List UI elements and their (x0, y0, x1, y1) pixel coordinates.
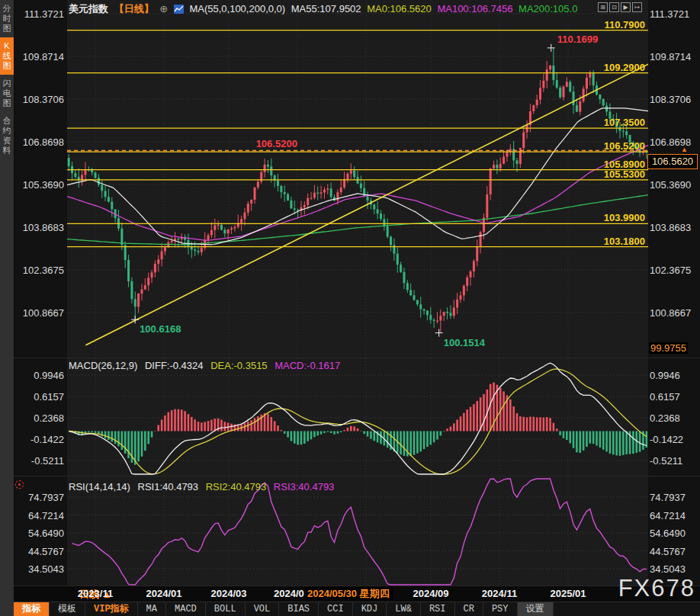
price-annotation: 110.1699 (557, 34, 599, 45)
rsi-axis-label: 54.6490 (14, 528, 64, 539)
price-axis-label: 106.8698 (14, 136, 64, 148)
toolbar-item-BIAS[interactable]: BIAS (279, 602, 319, 616)
macd-dea-value: DEA:-0.3515 (210, 360, 267, 371)
axis-min-label: 99.9755 (649, 342, 688, 354)
price-annotation: 106.5200 (256, 138, 297, 149)
crosshair-marker-icon (15, 480, 24, 489)
rsi-axis-label: 64.7214 (650, 510, 698, 521)
date-tick: 2023/11 (78, 588, 113, 599)
date-tick: 2025/01 (551, 588, 586, 599)
macd-axis-label: -0.5211 (14, 455, 64, 467)
toolbar-item-设置[interactable]: 设置 (518, 602, 554, 616)
price-annotation: 100.6168 (140, 323, 181, 335)
rsi-header: RSI(14,14,14) RSI1:40.4793 RSI2:40.4793 … (69, 481, 339, 492)
toolbar-item-模板[interactable]: 模板 (50, 602, 85, 616)
macd-axis-label: 0.9946 (650, 370, 698, 381)
rsi-axis-label: 34.5043 (14, 563, 64, 575)
mini-chart-icon[interactable] (174, 5, 184, 14)
toolbar-item-CCI[interactable]: CCI (319, 602, 353, 616)
rsi-axis-label: 34.5043 (650, 563, 698, 575)
macd-formula: MACD(26,12,9) (69, 360, 137, 371)
date-tick: 2024/03 (211, 588, 247, 599)
price-axis-label: 103.8683 (14, 222, 64, 233)
rsi-axis-label: 44.5767 (14, 546, 64, 557)
pan-icon[interactable]: ⊞ (598, 2, 608, 12)
macd-axis-label: 0.2368 (14, 412, 64, 424)
rsi-formula: RSI(14,14,14) (69, 481, 130, 492)
rsi3-value: RSI3:40.4793 (274, 481, 335, 492)
toolbar-item-CR[interactable]: CR (455, 602, 483, 616)
rsi-axis-label: 44.5767 (650, 546, 698, 557)
toolbar-item-VOL[interactable]: VOL (246, 602, 280, 616)
sr-level-label: 105.5300 (604, 168, 645, 180)
crosshair-icon[interactable]: ⊕ (159, 3, 168, 14)
price-axis-label: 109.8714 (14, 51, 64, 63)
price-axis-label: 111.3721 (650, 8, 698, 20)
chart-window-controls: ⊞⊡▶↦ (598, 2, 642, 12)
macd-axis-label: 0.2368 (650, 412, 698, 424)
sr-level-label: 107.3500 (604, 117, 645, 128)
date-tick: 2024/01 (146, 588, 182, 599)
sidebar-tab-闪电图[interactable]: 闪 电 图 (0, 75, 14, 112)
chart-header: 美元指数 【日线】 ⊕ MA(55,0,100,200,0,0) MA55:10… (69, 2, 580, 14)
toolbar-item-MACD[interactable]: MACD (166, 602, 206, 616)
toolbar-item-LW&[interactable]: LW& (387, 602, 421, 616)
macd-axis-label: 0.6157 (650, 391, 698, 403)
macd-axis-label: 0.9946 (14, 370, 64, 381)
price-annotation: 100.1514 (444, 337, 486, 348)
macd-axis-label: -0.1422 (14, 434, 64, 445)
macd-axis-label: -0.1422 (650, 434, 698, 445)
price-axis-label: 102.3675 (14, 265, 64, 276)
symbol-title: 美元指数 (69, 3, 108, 14)
date-tick: 2024/11 (482, 588, 517, 599)
panel-divider (14, 476, 700, 476)
sidebar-tab-K线图[interactable]: K 线 图 (0, 37, 14, 75)
price-axis-label: 108.3706 (650, 94, 698, 105)
sidebar-tab-分时图[interactable]: 分 时 图 (0, 0, 14, 37)
fx678-watermark: FX678 (618, 575, 695, 602)
rsi1-value: RSI1:40.4793 (138, 481, 199, 492)
sidebar-tab-合约资料[interactable]: 合 约 资 料 (0, 112, 14, 159)
period-tag[interactable]: 【日线】 (114, 3, 154, 14)
playback-icon[interactable]: ▶ (621, 2, 631, 12)
price-axis-label: 103.8683 (650, 222, 698, 233)
time-axis: 日线 ▲ 2023/112024/012024/032024/02024/092… (14, 586, 700, 602)
rsi2-value: RSI2:40.4793 (206, 481, 267, 492)
toolbar-item-VIP指标[interactable]: VIP指标 (85, 602, 138, 616)
indicator-toolbar: 指标模板VIP指标MAMACDBOLLVOLBIASCCIKDJLW&RSICR… (14, 602, 700, 616)
sr-level-label: 103.1800 (604, 236, 645, 247)
toolbar-item-BOLL[interactable]: BOLL (206, 602, 246, 616)
macd-diff-value: DIFF:-0.4324 (145, 360, 204, 371)
macd-axis-label: 0.6157 (14, 391, 64, 403)
ma200-value: MA200:105.0 (519, 3, 577, 14)
toolbar-item-KDJ[interactable]: KDJ (353, 602, 387, 616)
rsi-axis-label: 64.7214 (14, 510, 64, 521)
price-axis-label: 102.3675 (650, 265, 698, 276)
candlestick-chart[interactable]: 110.7900109.2900107.3500106.5200105.8900… (67, 0, 648, 358)
toolbar-item-指标[interactable]: 指标 (14, 602, 50, 616)
rsi-axis-label: 54.6490 (650, 528, 698, 539)
ma-settings-label: MA(55,0,100,200,0,0) (189, 3, 285, 14)
cursor-date-highlight: 2024/05/30 星期四 (304, 587, 393, 600)
rsi-axis-label: 74.7937 (14, 492, 64, 503)
price-axis-label: 100.8667 (650, 307, 698, 319)
toolbar-item-PSY[interactable]: PSY (483, 602, 518, 616)
date-tick: 2024/09 (413, 588, 449, 599)
macd-panel-chart[interactable] (67, 358, 648, 476)
chart-application: 分 时 图K 线 图闪 电 图合 约 资 料 110.7900109.29001… (0, 0, 700, 616)
shift-right-icon[interactable]: ↦ (632, 2, 642, 12)
ma0-value: MA0:106.5620 (367, 3, 432, 14)
macd-axis-label: -0.5211 (650, 455, 698, 467)
toolbar-item-MA[interactable]: MA (138, 602, 166, 616)
ma100-value: MA100:106.7456 (437, 3, 512, 14)
ma55-value: MA55:107.9502 (291, 3, 361, 14)
toolbar-item-RSI[interactable]: RSI (421, 602, 455, 616)
current-price-tag: 106.5620 (647, 154, 698, 169)
axis-scale-icon[interactable]: ⊡ (609, 2, 619, 12)
price-axis-label: 100.8667 (14, 307, 64, 319)
price-axis-label: 106.8698 (650, 136, 698, 148)
price-axis-label: 108.3706 (14, 94, 64, 105)
date-tick: 2024/0 (274, 588, 304, 599)
rsi-panel-chart[interactable] (67, 476, 648, 587)
macd-header: MACD(26,12,9) DIFF:-0.4324 DEA:-0.3515 M… (69, 360, 345, 371)
